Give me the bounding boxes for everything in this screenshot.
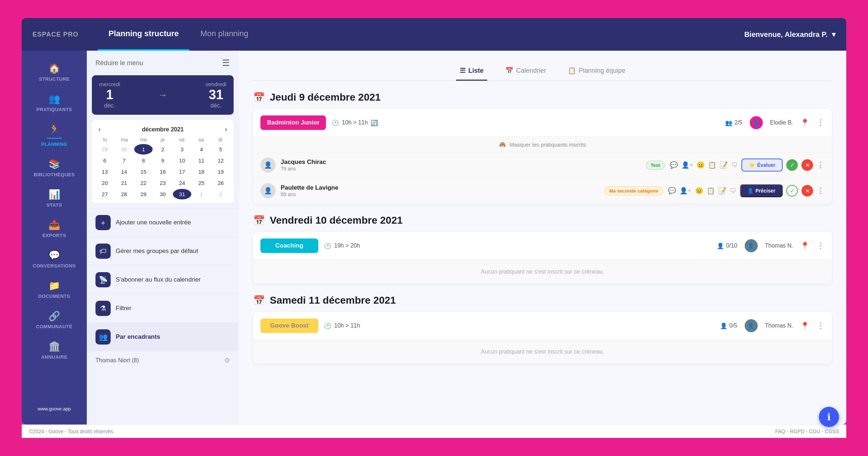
check-button[interactable]: ✓ — [786, 159, 798, 171]
cal-cell[interactable]: 28 — [115, 189, 133, 199]
cal-cell[interactable]: 8 — [134, 155, 153, 166]
cal-cell[interactable]: 7 — [115, 155, 133, 166]
cal-cell[interactable]: 2 — [153, 144, 172, 155]
cal-cell[interactable]: 20 — [95, 178, 114, 188]
cal-cell[interactable]: 16 — [153, 166, 172, 177]
cal-cell[interactable]: 29 — [95, 144, 114, 155]
sidebar-item-structure[interactable]: 🏠 STRUCTURE — [22, 58, 87, 87]
user-add-icon[interactable]: 👤+ — [680, 187, 692, 195]
brand-label: ESPACE PRO — [33, 31, 98, 38]
tab-mon-planning[interactable]: Mon planning — [190, 18, 259, 51]
cal-cell[interactable]: 2 — [212, 189, 230, 199]
cal-cell[interactable]: 10 — [173, 155, 191, 166]
tab-planning-structure[interactable]: Planning structure — [98, 18, 190, 51]
cal-cell[interactable]: 9 — [153, 155, 172, 166]
cal-cell[interactable]: 4 — [192, 144, 210, 155]
thomas-niort-settings-icon[interactable]: ⚙ — [224, 356, 230, 364]
cal-prev-btn[interactable]: ‹ — [98, 126, 101, 133]
cal-cell[interactable]: 23 — [153, 178, 172, 188]
participant-more-btn2[interactable]: ⋮ — [817, 186, 825, 195]
preciser-button[interactable]: 👤 Préciser — [740, 184, 783, 197]
cal-cell-selected[interactable]: 31 — [173, 189, 191, 199]
tab-calendrier[interactable]: 📅 Calendrier — [502, 62, 550, 81]
comment-icon[interactable]: 💬 — [668, 187, 676, 195]
calendrier-label: Calendrier — [516, 67, 546, 75]
manage-groups-menu-item[interactable]: 🏷 Gérer mes groupes par défaut — [87, 237, 239, 265]
cal-cell[interactable]: 30 — [153, 189, 172, 199]
sidebar-item-stats[interactable]: 📊 STATS — [22, 184, 87, 213]
cal-cell[interactable]: 12 — [212, 155, 230, 166]
session-tag-coaching[interactable]: Coaching — [260, 238, 318, 253]
participant-more-btn[interactable]: ⋮ — [817, 160, 825, 170]
session-more-btn-2[interactable]: ⋮ — [817, 241, 825, 250]
cal-cell[interactable]: 26 — [212, 178, 230, 188]
cal-next-btn[interactable]: › — [225, 126, 227, 133]
user-add-icon[interactable]: 👤+ — [681, 161, 693, 169]
cal-cell[interactable]: 25 — [192, 178, 210, 188]
note-icon[interactable]: 📝 — [720, 161, 728, 169]
sidebar-item-communaute[interactable]: 🔗 COMMUNAUTÉ — [22, 305, 87, 334]
sidebar-item-conversations[interactable]: 💬 CONVERSATIONS — [22, 245, 87, 274]
tab-liste[interactable]: ☰ Liste — [456, 62, 487, 81]
sidebar-item-planning[interactable]: 🏃 PLANNING — [22, 119, 87, 152]
note-icon[interactable]: 📝 — [718, 187, 726, 195]
cal-cell[interactable]: 5 — [212, 144, 230, 155]
session-tag-badminton[interactable]: Badminton Junior — [260, 115, 326, 130]
sidebar-item-annuaire[interactable]: 🏛️ ANNUAIRE — [22, 336, 87, 365]
info-fab[interactable]: ℹ — [819, 407, 839, 427]
session-more-btn[interactable]: ⋮ — [817, 118, 825, 127]
mood-icon[interactable]: 😐 — [697, 161, 705, 169]
goove-logo: www.goove.app — [38, 406, 71, 411]
clipboard-icon[interactable]: 📋 — [707, 187, 715, 195]
mood-icon[interactable]: 😐 — [695, 187, 703, 195]
check-outline-button[interactable]: ✓ — [786, 185, 798, 197]
cal-cell-today[interactable]: 1 — [134, 144, 153, 155]
hide-participants-btn[interactable]: 🙈 Masquer les pratiquants inscrits — [253, 137, 832, 152]
cal-cell[interactable]: 1 — [192, 189, 210, 199]
thomas-niort-row[interactable]: Thomas Niort (8) ⚙ — [87, 351, 239, 370]
subscribe-cal-menu-item[interactable]: 📡 S'abonner au flux du calendrier — [87, 265, 239, 294]
remove-button2[interactable]: ✕ — [801, 185, 813, 197]
sidebar-item-pratiquants[interactable]: 👥 PRATIQUANTS — [22, 88, 87, 117]
session-tag-goove[interactable]: Goove Boost — [260, 318, 318, 333]
participant-tag[interactable]: Test — [646, 161, 665, 170]
cal-cell[interactable]: 11 — [192, 155, 210, 166]
add-entry-menu-item[interactable]: ＋ Ajouter une nouvelle entrée — [87, 208, 239, 237]
participants-count-text-2: 0/10 — [726, 242, 737, 249]
sidebar-item-bibliotheques[interactable]: 📚 BIBLIOTHÈQUES — [22, 153, 87, 182]
cal-cell[interactable]: 29 — [134, 189, 153, 199]
filter-menu-item[interactable]: ⚗ Filtrer — [87, 294, 239, 322]
cal-cell[interactable]: 21 — [115, 178, 133, 188]
participant-tag-orange[interactable]: Ma seconde catégorie — [604, 186, 663, 195]
session-meta: 👥 2/5 👤 Elodie B. 📍 ⋮ — [725, 116, 825, 129]
clipboard-icon[interactable]: 📋 — [708, 161, 716, 169]
sidebar-item-exports[interactable]: 📤 EXPORTS — [22, 214, 87, 243]
cal-cell[interactable]: 6 — [95, 155, 114, 166]
tab-planning-equipe[interactable]: 📋 Planning équipe — [564, 62, 629, 81]
cal-cell[interactable]: 15 — [134, 166, 153, 177]
cal-cell[interactable]: 17 — [173, 166, 191, 177]
cal-cell[interactable]: 3 — [173, 144, 191, 155]
location-icon-3[interactable]: 📍 — [800, 321, 809, 330]
location-icon-2[interactable]: 📍 — [800, 241, 809, 250]
location-icon[interactable]: 📍 — [800, 118, 809, 127]
cal-cell[interactable]: 14 — [115, 166, 133, 177]
cal-cell[interactable]: 22 — [134, 178, 153, 188]
par-encadrants-section[interactable]: 👥 Par encadrants — [87, 322, 239, 351]
cal-cell[interactable]: 27 — [95, 189, 114, 199]
chat2-icon[interactable]: 🗨 — [731, 161, 738, 169]
cal-cell[interactable]: 13 — [95, 166, 114, 177]
evaluer-button[interactable]: ⭐ Évaluer — [741, 159, 783, 172]
chat2-icon[interactable]: 🗨 — [730, 187, 736, 195]
cal-cell[interactable]: 18 — [192, 166, 210, 177]
chevron-down-icon[interactable]: ▾ — [832, 30, 835, 39]
cal-cell[interactable]: 24 — [173, 178, 191, 188]
comment-icon[interactable]: 💬 — [670, 161, 678, 169]
remove-button[interactable]: ✕ — [801, 159, 813, 171]
sidebar-item-documents[interactable]: 📁 DOCUMENTS — [22, 275, 87, 304]
cal-cell[interactable]: 30 — [115, 144, 133, 155]
session-more-btn-3[interactable]: ⋮ — [817, 321, 825, 330]
cal-cell[interactable]: 19 — [212, 166, 230, 177]
hamburger-button[interactable]: ☰ — [222, 58, 230, 68]
coach-name: Elodie B. — [770, 119, 793, 126]
